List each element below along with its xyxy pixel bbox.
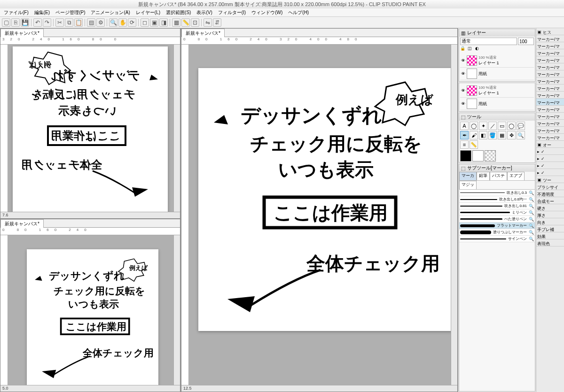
history-item[interactable]: マーカー/マ	[536, 127, 564, 134]
tab-canvas-b[interactable]: 新規キャンバス*	[0, 219, 44, 228]
history-item[interactable]: マーカー/マ	[536, 120, 564, 127]
bg-color[interactable]	[472, 150, 484, 161]
menu-page[interactable]: ページ管理(P)	[54, 8, 87, 16]
brush-tool-icon[interactable]: 🖌	[470, 131, 478, 139]
gear-icon[interactable]: ⚙	[96, 18, 105, 27]
scrollbar-h-b[interactable]	[10, 385, 180, 392]
fg-color[interactable]	[460, 150, 471, 161]
history-item[interactable]: マーカー/マ	[536, 70, 564, 77]
selall-icon[interactable]: ▣	[150, 18, 158, 27]
brush-row[interactable]: 吹き出し0.81🔍	[459, 203, 535, 209]
pen-tool-icon[interactable]: ✒	[460, 131, 469, 139]
mask-icon[interactable]: ◐	[475, 46, 482, 53]
search-icon[interactable]: 🔍	[529, 223, 534, 228]
eye-icon[interactable]: 👁	[461, 101, 465, 106]
prop-row[interactable]: 向き	[536, 218, 564, 225]
balloon-tool-icon[interactable]: 💬	[517, 122, 525, 130]
text-tool-icon[interactable]: A	[460, 122, 469, 130]
history-item[interactable]: マーカー/マ	[536, 42, 564, 49]
search-icon[interactable]: 🔍	[529, 191, 534, 195]
menu-view[interactable]: 表示(V)	[195, 8, 214, 16]
history-item[interactable]: マーカー/マ	[536, 113, 564, 120]
mirror-icon[interactable]: ⇵	[213, 18, 221, 27]
line-tool-icon[interactable]: ／	[488, 122, 497, 130]
menu-anim[interactable]: アニメーション(A)	[89, 8, 132, 16]
redo-icon[interactable]: ↷	[43, 18, 51, 27]
selinv-icon[interactable]: ◨	[159, 18, 168, 27]
rotate-icon[interactable]: ⟳	[128, 18, 136, 27]
opacity-input[interactable]: 100	[518, 38, 534, 45]
rect-tool-icon[interactable]: ▭	[498, 122, 506, 130]
selnone-icon[interactable]: ◻	[141, 18, 149, 27]
layer-row[interactable]: 👁 用紙	[460, 68, 534, 80]
prop-row[interactable]: 合成モー	[536, 197, 564, 204]
hand-icon[interactable]: ✋	[118, 18, 127, 27]
ellipse-tool-icon[interactable]: ◯	[507, 122, 516, 130]
subtab-magic[interactable]: マジッ	[459, 181, 477, 189]
menu-file[interactable]: ファイル(F)	[2, 8, 31, 16]
copy-icon[interactable]: ⧉	[65, 18, 73, 27]
flip-icon[interactable]: ⇋	[204, 18, 212, 27]
search-icon[interactable]: 🔍	[529, 230, 534, 235]
fill-tool-icon[interactable]: 🪣	[488, 131, 497, 139]
history-item[interactable]: マーカー/マ	[536, 85, 564, 92]
menu-select[interactable]: 選択範囲(S)	[164, 8, 193, 16]
grid-icon[interactable]: ▦	[172, 18, 180, 27]
search-icon[interactable]: 🔍	[529, 210, 534, 215]
prop-row[interactable]: 厚さ	[536, 211, 564, 218]
ruler-icon[interactable]: 📏	[181, 18, 190, 27]
history-item[interactable]: マーカー/マ	[536, 92, 564, 99]
scrollbar-h-a[interactable]	[10, 212, 180, 218]
brush-row[interactable]: べた塗りペン🔍	[459, 216, 535, 223]
transparent-color[interactable]	[485, 150, 496, 161]
subtab-marker[interactable]: マーカ	[459, 172, 477, 180]
clip-icon[interactable]: ◫	[468, 46, 474, 53]
new-icon[interactable]: ▢	[2, 18, 10, 27]
prop-row[interactable]: 手ブレ補	[536, 225, 564, 232]
tab-canvas-a[interactable]: 新規キャンバス*	[0, 29, 44, 37]
move-tool-icon[interactable]: ✥	[507, 131, 516, 139]
scrollbar-h-c[interactable]	[194, 385, 457, 392]
history-item[interactable]: マーカー/マ	[536, 106, 564, 113]
prop-row[interactable]: ブラシサイ	[536, 183, 564, 190]
history-item[interactable]: マーカー/マ	[536, 49, 564, 56]
lock-icon[interactable]: 🔒	[460, 46, 467, 53]
brush-row[interactable]: 吹き出し0.3🔍	[459, 190, 535, 196]
brush-row[interactable]: フラットマーカー🔍	[459, 223, 535, 229]
tab-canvas-c[interactable]: 新規キャンバス*	[181, 29, 225, 37]
snap-icon[interactable]: ⊡	[191, 18, 199, 27]
history-item[interactable]: マーカー/マ	[536, 99, 564, 106]
layer-row[interactable]: 👁 用紙	[460, 98, 534, 110]
grad-tool-icon[interactable]: ▦	[498, 131, 506, 139]
subtab-pencil[interactable]: 鉛筆	[477, 172, 490, 180]
scrollbar-v-b[interactable]	[173, 235, 180, 385]
search-icon[interactable]: 🔍	[529, 217, 534, 222]
menu-edit[interactable]: 編集(E)	[32, 8, 52, 16]
zoom-icon[interactable]: 🔍	[109, 18, 118, 27]
brush-row[interactable]: ミリペン🔍	[459, 209, 535, 216]
zoom-tool-icon[interactable]: 🔍	[517, 131, 525, 139]
open-icon[interactable]: ⎘	[11, 18, 20, 27]
history-item[interactable]: マーカー/マ	[536, 134, 564, 141]
undo-icon[interactable]: ↶	[33, 18, 42, 27]
eye-icon[interactable]: 👁	[461, 71, 465, 76]
blend-mode-select[interactable]: 通常	[460, 38, 517, 45]
autoaction-row[interactable]: ▸ ✓	[536, 155, 564, 162]
brush-row[interactable]: サインペン🔍	[459, 236, 535, 242]
cut-icon[interactable]: ✂	[55, 18, 64, 27]
canvas-main[interactable]: 例えば デッサンくずれ チェック用に反転を いつも表示 ここは作業用 全体チェッ…	[198, 68, 451, 331]
scrollbar-v-c[interactable]	[451, 45, 457, 385]
menu-layer[interactable]: レイヤー(L)	[134, 8, 162, 16]
prop-row[interactable]: 硬さ	[536, 204, 564, 211]
search-icon[interactable]: 🔍	[529, 237, 534, 241]
history-item[interactable]: マーカー/マ	[536, 35, 564, 42]
menu-help[interactable]: ヘルプ(H)	[286, 8, 311, 16]
eye-icon[interactable]: 👁	[461, 88, 465, 93]
menu-window[interactable]: ウィンドウ(W)	[250, 8, 284, 16]
search-icon[interactable]: 🔍	[529, 197, 534, 202]
subtab-air[interactable]: エアブ	[507, 172, 525, 180]
subtab-pastel[interactable]: パステ	[490, 172, 507, 180]
brush-row[interactable]: 吹き出し0.8均一🔍	[459, 196, 535, 203]
layer-row[interactable]: 👁 100 %通常レイヤー 1	[460, 84, 534, 98]
autoaction-row[interactable]: ▸ ✓	[536, 162, 564, 169]
